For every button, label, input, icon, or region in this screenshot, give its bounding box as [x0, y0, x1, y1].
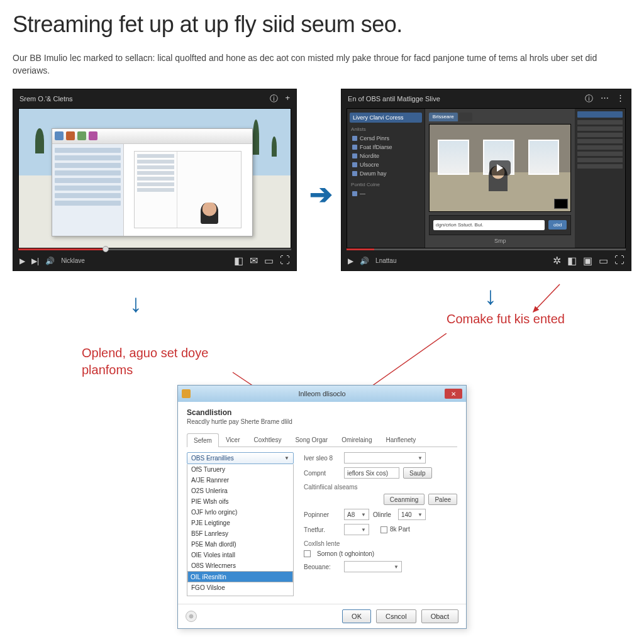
share-dots-icon[interactable]: ⋯	[601, 93, 609, 104]
player2-title: En of OBS antil Matligge Slive	[348, 95, 440, 103]
list-item[interactable]: JO0N If	[187, 593, 293, 596]
video-player-right: En of OBS antil Matligge Slive ⓘ ⋯ ⋮ Liv…	[341, 89, 631, 271]
list-item[interactable]: OlE Violes intall	[187, 550, 293, 560]
pip-icon[interactable]: ▭	[264, 255, 274, 267]
tab[interactable]: Coxhtlesy	[247, 433, 289, 447]
checkbox[interactable]	[304, 550, 311, 557]
embedded-window	[52, 128, 253, 236]
obs-go-button[interactable]: obd	[548, 220, 567, 230]
list-item[interactable]: O2S Unlerira	[187, 486, 293, 496]
label: Beouane:	[304, 564, 340, 570]
select[interactable]: 140▼	[398, 509, 426, 520]
now-playing-1: Nicklave	[61, 257, 85, 264]
group-label: Coxllsh lente	[304, 540, 457, 547]
obs-sidebar-header: Livery Clarvi Coress	[350, 113, 422, 123]
select[interactable]: A8▼	[344, 509, 369, 520]
tab[interactable]: Vicer	[219, 433, 247, 447]
select[interactable]: ▼	[344, 452, 426, 464]
plus-icon[interactable]: +	[286, 93, 291, 104]
close-icon[interactable]: ✕	[445, 389, 462, 399]
svg-line-2	[533, 284, 560, 312]
tab[interactable]: Sefem	[187, 433, 219, 447]
label: Olinrle	[373, 511, 394, 518]
obs-tab[interactable]	[459, 113, 472, 121]
button[interactable]: Ceanming	[384, 494, 425, 505]
miniplayer-icon[interactable]: ▣	[583, 255, 592, 267]
progress-bar[interactable]	[347, 248, 626, 250]
info-icon[interactable]: ⓘ	[270, 93, 278, 104]
obs-under-label: Smp	[429, 238, 572, 244]
button[interactable]: Palee	[428, 494, 457, 505]
now-playing-2: Lnattau	[375, 257, 396, 264]
select[interactable]: ▼	[344, 561, 402, 572]
label: 8k Part	[390, 526, 410, 533]
info-icon[interactable]: ⓘ	[585, 93, 593, 104]
play-overlay-icon[interactable]	[489, 160, 511, 175]
sidebar-item[interactable]: —	[350, 189, 422, 198]
progress-bar[interactable]	[18, 248, 291, 250]
sidebar-item[interactable]: Cersd Pinrs	[350, 134, 422, 143]
play-icon[interactable]: ▶	[19, 257, 25, 265]
arrow-down-icon: ↓	[130, 289, 142, 318]
sidebar-item[interactable]: Foat IfDiarse	[350, 143, 422, 152]
list-item[interactable]: OIL iResnltin	[187, 571, 293, 582]
dialog-title: Inlleom dlisoclo	[298, 390, 345, 397]
fullscreen-icon[interactable]: ⛶	[614, 255, 625, 267]
settings-icon[interactable]: ✲	[553, 255, 561, 267]
theater-icon[interactable]: ▭	[599, 255, 608, 267]
captions-icon[interactable]: ◧	[234, 255, 243, 267]
next-icon[interactable]: ▶|	[31, 257, 39, 265]
list-item[interactable]: OJF lvrlo orginc)	[187, 507, 293, 518]
sidebar-section-b: Pontid Colne	[351, 182, 422, 187]
callout-left: Oplend, aguo set doye planfoms	[82, 345, 245, 379]
player1-title: Srem O.'& Cletns	[19, 95, 73, 103]
sidebar-item[interactable]: Niordite	[350, 152, 422, 160]
list-item[interactable]: FGO Vilsloe	[187, 582, 293, 593]
list-item[interactable]: P5E Mah dlordl)	[187, 539, 293, 550]
close-button[interactable]: Obact	[421, 609, 458, 623]
sidebar-item[interactable]: Dwum hay	[350, 169, 422, 178]
checkbox[interactable]	[380, 526, 387, 533]
callout-right: Comake fut kis ented	[447, 311, 572, 328]
list-item[interactable]: O8S Wrlecrners	[187, 560, 293, 571]
dialog-titlebar[interactable]: Inlleom dlisoclo ✕	[178, 386, 466, 402]
dialog-tabs: Sefem Vicer Coxhtlesy Song Orgar Omirela…	[187, 433, 457, 447]
sidebar-item[interactable]: Ulsocre	[350, 160, 422, 169]
obs-url-input[interactable]: dgn/crlon Sstuct. Bul.	[433, 220, 545, 230]
list-item[interactable]: B5F Lanrlesy	[187, 528, 293, 539]
label: Tnetfur.	[304, 526, 340, 533]
setup-button[interactable]: Saulp	[403, 467, 432, 479]
list-item[interactable]: OfS Turuery	[187, 464, 293, 475]
group-label: Caltinfiical alseams	[304, 484, 457, 491]
page-title: Streaming fet up at up fly siid seum seo…	[13, 11, 631, 38]
more-icon[interactable]: ⋮	[616, 93, 625, 104]
help-icon[interactable]	[186, 611, 197, 622]
service-combo[interactable]: OBS Erranillies▼	[187, 452, 294, 464]
input[interactable]: ieflors Six cos)	[344, 467, 399, 479]
obs-tab-active[interactable]: Brisseare	[429, 113, 458, 121]
cancel-button[interactable]: Csncol	[376, 609, 416, 623]
select[interactable]: ▼	[344, 524, 369, 535]
tab[interactable]: Hanflenety	[379, 433, 423, 447]
list-item[interactable]: PJE Leigtinge	[187, 518, 293, 528]
captions-icon[interactable]: ◧	[567, 255, 577, 267]
video-player-left: Srem O.'& Cletns ⓘ +	[13, 89, 297, 271]
share-icon[interactable]: ✉	[250, 255, 258, 267]
intro-text: Our BB Imulio lec marked to sellacn: lic…	[13, 52, 629, 77]
list-item[interactable]: PIE Wlsh oifs	[187, 496, 293, 507]
volume-icon[interactable]: 🔊	[360, 257, 369, 265]
obs-sidebar: Livery Clarvi Coress Anlists Cersd Pinrs…	[347, 109, 425, 248]
player1-stage[interactable]	[18, 108, 291, 248]
player2-stage[interactable]: Livery Clarvi Coress Anlists Cersd Pinrs…	[347, 108, 626, 248]
chevron-down-icon: ▼	[284, 455, 289, 461]
obs-preview	[429, 124, 572, 212]
volume-icon[interactable]: 🔊	[45, 257, 55, 265]
ok-button[interactable]: OK	[342, 609, 371, 623]
play-icon[interactable]: ▶	[348, 257, 353, 265]
list-item[interactable]: A/JE Rannrer	[187, 475, 293, 486]
settings-dialog: Inlleom dlisoclo ✕ Scandlistion Reacdly …	[177, 385, 467, 629]
tab[interactable]: Omirelaing	[335, 433, 379, 447]
tab[interactable]: Song Orgar	[288, 433, 335, 447]
service-list[interactable]: OfS TurueryA/JE RannrerO2S UnleriraPIE W…	[187, 464, 294, 596]
fullscreen-icon[interactable]: ⛶	[280, 255, 290, 267]
